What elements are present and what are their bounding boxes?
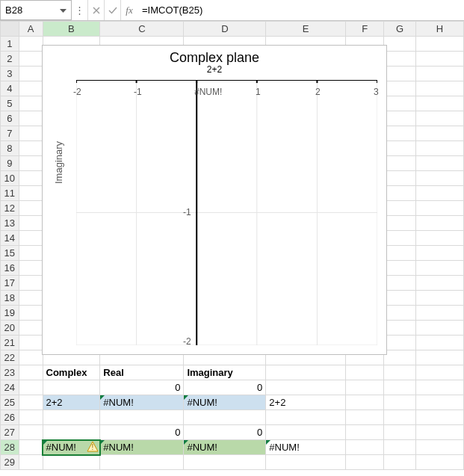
- row-header[interactable]: 28: [1, 440, 19, 455]
- cell[interactable]: [184, 455, 266, 470]
- cell[interactable]: [384, 365, 416, 380]
- more-icon[interactable]: ⋮: [72, 0, 88, 20]
- row-header[interactable]: 14: [1, 231, 19, 246]
- cell[interactable]: [384, 111, 416, 126]
- cell[interactable]: [415, 395, 463, 410]
- cell[interactable]: [415, 425, 463, 440]
- row-header[interactable]: 8: [1, 141, 19, 156]
- row-header[interactable]: 24: [1, 380, 19, 395]
- cell[interactable]: [415, 276, 463, 291]
- cell[interactable]: [384, 126, 416, 141]
- cell[interactable]: [415, 231, 463, 246]
- cell[interactable]: [415, 171, 463, 186]
- cell[interactable]: [384, 380, 416, 395]
- cancel-icon[interactable]: [88, 0, 105, 20]
- cell[interactable]: [43, 455, 100, 470]
- cell[interactable]: [415, 201, 463, 216]
- cell[interactable]: [346, 380, 384, 395]
- cell[interactable]: [415, 261, 463, 276]
- select-all-corner[interactable]: [1, 22, 19, 37]
- row-header[interactable]: 4: [1, 81, 19, 96]
- cell[interactable]: [100, 455, 184, 470]
- row-header[interactable]: 26: [1, 410, 19, 425]
- cell[interactable]: [266, 365, 346, 380]
- cell[interactable]: [415, 380, 463, 395]
- cell[interactable]: [43, 380, 100, 395]
- cell[interactable]: [384, 291, 416, 306]
- cell[interactable]: [415, 111, 463, 126]
- cell[interactable]: [415, 141, 463, 156]
- row-header[interactable]: 12: [1, 201, 19, 216]
- cell[interactable]: [19, 336, 43, 350]
- column-header[interactable]: F: [346, 22, 384, 37]
- row-header[interactable]: 10: [1, 171, 19, 186]
- cell[interactable]: [19, 96, 43, 111]
- chart[interactable]: Complex plane 2+2 Imaginary: [42, 45, 387, 355]
- cell[interactable]: [415, 216, 463, 231]
- cell[interactable]: [415, 81, 463, 96]
- cell[interactable]: [415, 37, 463, 52]
- cell[interactable]: [19, 455, 43, 470]
- name-box[interactable]: B28: [0, 0, 72, 20]
- cell[interactable]: 0: [184, 425, 266, 440]
- cell[interactable]: [415, 350, 463, 365]
- row-header[interactable]: 23: [1, 365, 19, 380]
- cell[interactable]: [19, 156, 43, 171]
- cell[interactable]: [384, 216, 416, 231]
- row-header[interactable]: 18: [1, 291, 19, 306]
- cell[interactable]: [415, 186, 463, 201]
- cell[interactable]: [415, 156, 463, 171]
- cell[interactable]: [266, 425, 346, 440]
- cell[interactable]: 2+2: [266, 395, 346, 410]
- cell[interactable]: [19, 216, 43, 231]
- cell[interactable]: [19, 261, 43, 276]
- cell[interactable]: [19, 111, 43, 126]
- row-header[interactable]: 17: [1, 276, 19, 291]
- cell[interactable]: 2+2: [43, 395, 100, 410]
- row-header[interactable]: 3: [1, 67, 19, 81]
- row-header[interactable]: 13: [1, 216, 19, 231]
- cell[interactable]: [384, 350, 416, 365]
- cell[interactable]: 0: [100, 380, 184, 395]
- cell[interactable]: [384, 395, 416, 410]
- cell[interactable]: [19, 67, 43, 81]
- cell[interactable]: [384, 171, 416, 186]
- column-header[interactable]: D: [184, 22, 266, 37]
- cell[interactable]: 0: [184, 380, 266, 395]
- row-header[interactable]: 7: [1, 126, 19, 141]
- row-header[interactable]: 22: [1, 350, 19, 365]
- cell[interactable]: [384, 156, 416, 171]
- cell[interactable]: [384, 201, 416, 216]
- cell[interactable]: [384, 306, 416, 321]
- cell[interactable]: [415, 365, 463, 380]
- cell[interactable]: #NUM!: [266, 440, 346, 455]
- cell[interactable]: [415, 336, 463, 350]
- cell[interactable]: [415, 126, 463, 141]
- cell[interactable]: [415, 410, 463, 425]
- row-header[interactable]: 2: [1, 52, 19, 67]
- cell[interactable]: [19, 141, 43, 156]
- error-warning-icon[interactable]: !: [85, 439, 100, 454]
- cell[interactable]: [346, 395, 384, 410]
- row-header[interactable]: 15: [1, 246, 19, 261]
- cell[interactable]: [415, 440, 463, 455]
- cell[interactable]: [415, 306, 463, 321]
- chevron-down-icon[interactable]: [60, 4, 66, 16]
- cell[interactable]: [384, 425, 416, 440]
- cell[interactable]: [43, 425, 100, 440]
- cell[interactable]: [19, 201, 43, 216]
- cell[interactable]: [19, 81, 43, 96]
- cell[interactable]: [415, 321, 463, 336]
- row-header[interactable]: 25: [1, 395, 19, 410]
- column-header[interactable]: B: [43, 22, 100, 37]
- cell[interactable]: [415, 52, 463, 67]
- cell[interactable]: [415, 455, 463, 470]
- cell[interactable]: [266, 380, 346, 395]
- formula-input[interactable]: [137, 0, 464, 20]
- cell[interactable]: [346, 455, 384, 470]
- cell[interactable]: [384, 336, 416, 350]
- cell[interactable]: [384, 67, 416, 81]
- cell[interactable]: #NUM!: [100, 395, 184, 410]
- cell[interactable]: [384, 96, 416, 111]
- row-header[interactable]: 21: [1, 336, 19, 350]
